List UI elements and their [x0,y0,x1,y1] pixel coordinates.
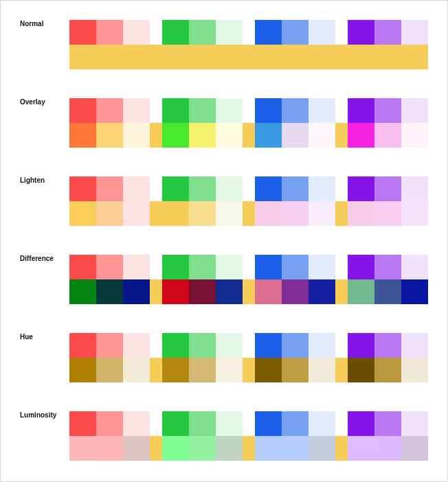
blend-band [243,123,348,148]
color-group-purple [348,255,428,304]
blend-band [69,358,162,382]
color-group-green [162,411,243,461]
blend-band [69,45,162,69]
blend-band [69,279,162,304]
blend-mode-label: Lighten [20,176,45,184]
color-group-blue [255,255,335,304]
blend-band [335,279,428,304]
blend-band [150,45,255,69]
swatch-demo [69,333,428,382]
color-group-blue [255,333,335,382]
blend-mode-section-normal: Normal [1,20,428,79]
blend-mode-section-lighten: Lighten [1,176,428,236]
color-group-green [162,333,243,382]
blend-band [335,436,428,461]
blend-band [69,436,162,461]
blend-mode-section-difference: Difference [1,255,428,314]
blend-band [243,201,348,226]
blend-band [69,201,162,226]
blend-band [243,358,348,382]
swatch-demo [69,20,428,69]
swatch-demo [69,98,428,148]
swatch-demo [69,255,428,304]
color-group-blue [255,411,335,461]
blend-band [335,45,428,69]
blend-band [150,358,255,382]
color-group-purple [348,333,428,382]
blend-band [69,123,162,148]
color-group-green [162,176,243,226]
swatch-demo [69,411,428,461]
color-group-blue [255,20,335,69]
blend-modes-demo: Normal Overlay Lighten Difference Hue Lu… [0,0,448,482]
color-group-blue [255,176,335,226]
color-group-purple [348,98,428,148]
color-group-green [162,255,243,304]
blend-band [243,279,348,304]
blend-band [243,436,348,461]
blend-band [150,201,255,226]
blend-band [150,123,255,148]
blend-mode-label: Difference [20,255,54,262]
color-group-red [69,98,150,148]
blend-mode-section-overlay: Overlay [1,98,428,157]
color-group-red [69,176,150,226]
color-group-red [69,333,150,382]
color-group-purple [348,176,428,226]
color-group-green [162,20,243,69]
color-group-red [69,20,150,69]
color-group-blue [255,98,335,148]
blend-mode-section-hue: Hue [1,333,428,392]
blend-mode-label: Luminosity [20,411,56,419]
blend-mode-label: Overlay [20,98,45,106]
blend-band [150,279,255,304]
color-group-red [69,255,150,304]
blend-mode-label: Normal [20,20,43,27]
blend-mode-label: Hue [20,333,33,341]
color-group-purple [348,20,428,69]
swatch-demo [69,176,428,226]
blend-band [335,123,428,148]
blend-band [335,201,428,226]
color-group-red [69,411,150,461]
color-group-green [162,98,243,148]
blend-band [335,358,428,382]
color-group-purple [348,411,428,461]
blend-band [243,45,348,69]
blend-band [150,436,255,461]
blend-mode-section-luminosity: Luminosity [1,411,428,470]
